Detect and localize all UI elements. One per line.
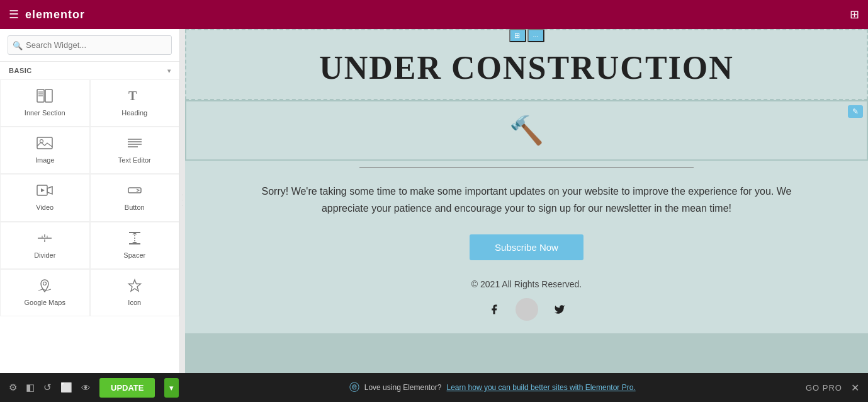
svg-rect-6 <box>37 137 52 149</box>
section-dots-ctrl[interactable]: ··· <box>527 29 544 42</box>
layers-icon-btn[interactable]: ◧ <box>26 382 35 393</box>
widgets-grid: Inner Section T Heading <box>0 79 179 316</box>
category-header[interactable]: BASIC ▾ <box>0 62 179 79</box>
history-icon-btn[interactable]: ↺ <box>43 382 52 393</box>
update-arrow-button[interactable]: ▾ <box>164 378 179 398</box>
bottom-bar: ⚙ ◧ ↺ ⬜ 👁 UPDATE ▾ ⓔ Love using Elemento… <box>0 373 868 402</box>
responsive-icon-btn[interactable]: ⬜ <box>60 382 72 393</box>
update-button[interactable]: UPDATE <box>99 378 155 398</box>
hamburger-icon[interactable]: ☰ <box>9 8 19 21</box>
video-icon <box>37 183 53 200</box>
widget-google-maps[interactable]: Google Maps <box>0 269 90 316</box>
canvas-area: ⊞ ··· UNDER CONSTRUCTION ✎ 🔨 Sorry! We'r… <box>185 29 868 373</box>
svg-marker-14 <box>41 188 45 192</box>
twitter-icon[interactable] <box>548 298 571 321</box>
search-box: 🔍 <box>0 29 179 62</box>
bottom-bar-left: ⚙ ◧ ↺ ⬜ 👁 UPDATE ▾ <box>9 378 179 398</box>
promo-text: Love using Elementor? <box>364 383 442 392</box>
svg-point-24 <box>43 282 47 285</box>
widget-divider[interactable]: Divider <box>0 222 90 269</box>
footer-copyright: © 2021 All Rights Reserved. <box>185 279 868 289</box>
social-icons <box>185 298 868 321</box>
elementor-logo: elementor <box>25 8 85 21</box>
bottom-bar-right: GO PRO ✕ <box>806 382 859 394</box>
divider-line <box>359 167 694 168</box>
button-icon <box>127 183 143 200</box>
widget-spacer-label: Spacer <box>123 251 145 260</box>
search-input[interactable] <box>8 35 172 55</box>
hammer-icon: 🔨 <box>509 114 544 147</box>
edit-button[interactable]: ✎ <box>848 105 863 118</box>
map-icon <box>37 279 53 295</box>
settings-icon-btn[interactable]: ⚙ <box>9 382 17 393</box>
top-bar-left: ☰ elementor <box>9 8 85 21</box>
widget-image-label: Image <box>35 156 55 164</box>
widget-video-label: Video <box>36 204 54 212</box>
svg-marker-13 <box>47 187 52 194</box>
uc-title: UNDER CONSTRUCTION <box>205 49 848 86</box>
widget-heading[interactable]: T Heading <box>90 79 180 127</box>
widget-icon[interactable]: Icon <box>90 269 180 316</box>
widget-icon-label: Icon <box>128 299 141 307</box>
svg-line-27 <box>47 289 51 290</box>
search-magnifier-icon: 🔍 <box>13 40 23 50</box>
bottom-bar-center: ⓔ Love using Elementor? Learn how you ca… <box>349 381 636 394</box>
widget-video[interactable]: Video <box>0 174 90 221</box>
widget-inner-section-label: Inner Section <box>25 109 65 117</box>
widget-inner-section[interactable]: Inner Section <box>0 79 90 127</box>
preview-icon-btn[interactable]: 👁 <box>81 382 91 393</box>
section-grid-ctrl[interactable]: ⊞ <box>509 29 526 42</box>
svg-marker-28 <box>128 280 140 291</box>
spacer-icon <box>127 231 143 248</box>
widget-divider-label: Divider <box>34 251 55 260</box>
promo-link[interactable]: Learn how you can build better sites wit… <box>447 383 636 392</box>
chevron-down-icon: ▾ <box>167 67 171 74</box>
footer-section: © 2021 All Rights Reserved. <box>185 260 868 333</box>
svg-rect-1 <box>45 89 52 102</box>
category-label: BASIC <box>9 67 32 74</box>
grid-icon[interactable]: ⊞ <box>850 8 859 21</box>
top-bar: ☰ elementor ⊞ <box>0 0 868 29</box>
svg-text:T: T <box>128 89 137 103</box>
main-layout: 🔍 BASIC ▾ Inner Secti <box>0 29 868 373</box>
image-icon <box>37 136 53 152</box>
elementor-e-icon: ⓔ <box>349 381 359 394</box>
facebook-icon[interactable] <box>483 298 505 321</box>
search-wrapper: 🔍 <box>8 35 172 55</box>
resize-handle[interactable]: · · · <box>180 29 185 373</box>
widget-text-editor[interactable]: Text Editor <box>90 127 180 174</box>
body-text: Sorry! We're taking some time to make so… <box>248 183 805 217</box>
widget-image[interactable]: Image <box>0 127 90 174</box>
hammer-section: ✎ 🔨 <box>185 100 868 161</box>
subscribe-button[interactable]: Subscribe Now <box>470 234 583 260</box>
svg-point-7 <box>40 140 43 143</box>
inner-section-icon <box>37 89 53 105</box>
widget-text-editor-label: Text Editor <box>118 156 151 164</box>
widget-heading-label: Heading <box>121 109 147 117</box>
close-icon-btn[interactable]: ✕ <box>851 382 859 394</box>
heading-icon: T <box>127 89 143 105</box>
widget-button[interactable]: Button <box>90 174 180 221</box>
uc-header-section: ⊞ ··· UNDER CONSTRUCTION <box>185 29 868 100</box>
svg-line-25 <box>38 289 43 290</box>
widget-google-maps-label: Google Maps <box>25 299 65 307</box>
text-editor-icon <box>127 136 143 152</box>
sidebar: 🔍 BASIC ▾ Inner Secti <box>0 29 180 373</box>
widget-spacer[interactable]: Spacer <box>90 222 180 269</box>
widget-button-label: Button <box>125 204 145 212</box>
text-section: Sorry! We're taking some time to make so… <box>185 161 868 260</box>
circle-empty-icon[interactable] <box>516 298 538 321</box>
go-pro-button[interactable]: GO PRO <box>806 383 842 393</box>
divider-icon <box>37 231 53 248</box>
star-icon <box>127 279 143 295</box>
